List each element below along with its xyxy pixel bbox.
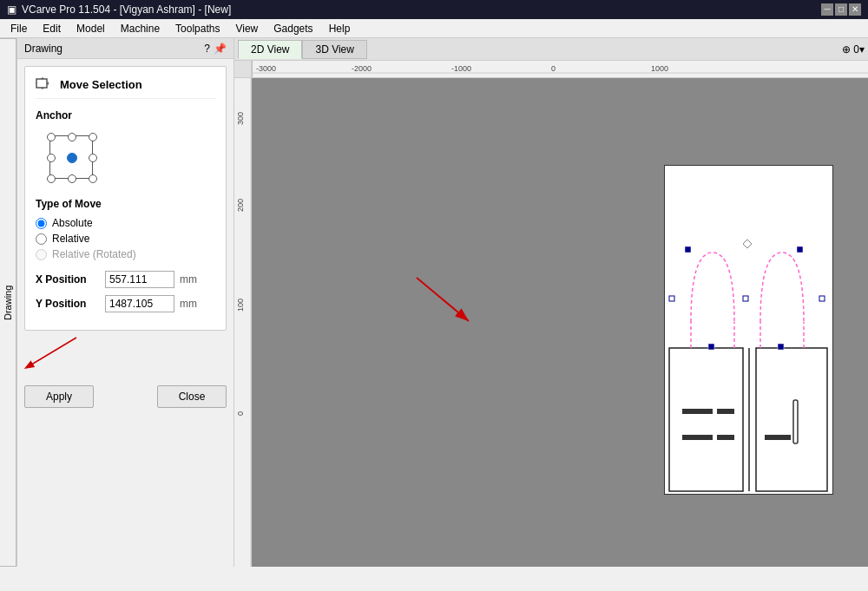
app-icon: ▣ xyxy=(7,3,16,16)
svg-text:300: 300 xyxy=(236,112,245,125)
svg-line-36 xyxy=(417,278,469,321)
design-area xyxy=(664,165,833,495)
svg-rect-32 xyxy=(743,296,748,301)
main-layout: Drawing Modeling Clipart Layers Sheets D… xyxy=(0,38,868,567)
view-zoom-icon[interactable]: ⊕ 0▾ xyxy=(842,43,865,56)
menu-machine[interactable]: Machine xyxy=(114,21,167,36)
svg-marker-1 xyxy=(41,77,44,79)
svg-rect-24 xyxy=(717,435,734,440)
radio-relative-label: Relative xyxy=(52,233,89,245)
svg-rect-30 xyxy=(669,296,674,301)
radio-relative-rotated[interactable]: Relative (Rotated) xyxy=(36,248,215,260)
vertical-ruler: 300 200 100 0 xyxy=(234,78,252,567)
anchor-bot-left[interactable] xyxy=(47,174,56,183)
anchor-label: Anchor xyxy=(36,109,215,121)
svg-text:0: 0 xyxy=(551,64,556,73)
apply-button[interactable]: Apply xyxy=(24,385,94,408)
move-selection-panel: Move Selection Anchor Type of Move xyxy=(24,66,227,331)
panel-header-icons: ? 📌 xyxy=(204,43,227,55)
radio-absolute[interactable]: Absolute xyxy=(36,217,215,229)
view-area: 2D View 3D View ⊕ 0▾ -3000 -2000 -1000 0 xyxy=(234,38,868,567)
anchor-top-left[interactable] xyxy=(47,133,56,141)
close-button[interactable]: Close xyxy=(157,385,227,408)
view-tabs: 2D View 3D View ⊕ 0▾ xyxy=(234,38,868,61)
svg-rect-29 xyxy=(797,246,803,253)
menu-toolpaths[interactable]: Toolpaths xyxy=(168,21,227,36)
anchor-mid-right[interactable] xyxy=(89,154,97,162)
radio-relative-input[interactable] xyxy=(36,233,47,245)
svg-text:1000: 1000 xyxy=(651,64,668,73)
anchor-top-right[interactable] xyxy=(89,133,97,141)
drawing-panel: Drawing ? 📌 Move Selection Anchor xyxy=(17,38,234,567)
menu-bar: File Edit Model Machine Toolpaths View G… xyxy=(0,19,868,38)
move-selection-icon xyxy=(36,77,53,91)
menu-help[interactable]: Help xyxy=(322,21,358,36)
anchor-grid xyxy=(43,128,105,187)
panel-help-icon[interactable]: ? xyxy=(204,43,210,55)
sidebar-tab-drawing[interactable]: Drawing xyxy=(0,38,16,567)
menu-file[interactable]: File xyxy=(3,21,34,36)
svg-text:100: 100 xyxy=(236,299,245,312)
maximize-button[interactable]: □ xyxy=(835,3,847,16)
svg-rect-21 xyxy=(682,409,713,414)
menu-edit[interactable]: Edit xyxy=(36,21,68,36)
svg-rect-25 xyxy=(793,400,798,443)
menu-model[interactable]: Model xyxy=(69,21,112,36)
view-icon-area: ⊕ 0▾ xyxy=(842,43,865,56)
move-selection-title-row: Move Selection xyxy=(36,77,215,99)
radio-relative-rotated-input[interactable] xyxy=(36,249,47,260)
radio-relative[interactable]: Relative xyxy=(36,233,215,245)
anchor-bot-center[interactable] xyxy=(68,174,76,183)
ruler-corner xyxy=(234,61,252,78)
anchor-bot-right[interactable] xyxy=(89,174,97,183)
red-arrow-svg xyxy=(24,329,198,372)
panel-header: Drawing ? 📌 xyxy=(17,38,233,59)
x-position-row: X Position mm xyxy=(36,271,215,288)
radio-relative-rotated-label: Relative (Rotated) xyxy=(52,248,136,260)
y-position-row: Y Position mm xyxy=(36,295,215,312)
window-controls[interactable]: ─ □ ✕ xyxy=(821,3,861,16)
type-of-move-label: Type of Move xyxy=(36,198,215,210)
menu-gadgets[interactable]: Gadgets xyxy=(266,21,319,36)
svg-rect-19 xyxy=(669,348,743,491)
tab-3d-view[interactable]: 3D View xyxy=(302,40,366,59)
anchor-mid-left[interactable] xyxy=(47,154,56,162)
minimize-button[interactable]: ─ xyxy=(821,3,833,16)
y-position-input[interactable] xyxy=(105,295,174,312)
canvas-content xyxy=(252,78,868,567)
svg-text:200: 200 xyxy=(236,199,245,212)
menu-view[interactable]: View xyxy=(228,21,265,36)
ruler-left: 300 200 100 0 xyxy=(234,78,252,567)
cabinet-drawing xyxy=(665,166,834,496)
ruler-top: -3000 -2000 -1000 0 1000 xyxy=(252,61,868,78)
x-position-label: X Position xyxy=(36,273,105,286)
svg-rect-23 xyxy=(682,435,713,440)
close-button[interactable]: ✕ xyxy=(849,3,861,16)
title-bar: ▣ VCarve Pro 11.504 - [Vigyan Ashram] - … xyxy=(0,0,868,19)
x-unit: mm xyxy=(180,273,197,286)
tab-2d-view[interactable]: 2D View xyxy=(238,40,302,59)
x-position-input[interactable] xyxy=(105,271,174,288)
svg-rect-31 xyxy=(819,296,825,301)
svg-marker-3 xyxy=(41,88,44,89)
svg-text:-2000: -2000 xyxy=(352,64,372,73)
canvas-area[interactable]: -3000 -2000 -1000 0 1000 300 200 100 0 xyxy=(234,61,868,567)
svg-rect-20 xyxy=(756,348,827,491)
svg-text:0: 0 xyxy=(236,411,245,416)
anchor-center[interactable] xyxy=(67,153,77,163)
panel-pin-icon[interactable]: 📌 xyxy=(214,43,227,55)
svg-text:-3000: -3000 xyxy=(256,64,276,73)
radio-absolute-input[interactable] xyxy=(36,218,47,229)
svg-rect-26 xyxy=(765,435,791,440)
radio-absolute-label: Absolute xyxy=(52,217,93,229)
annotation-arrow xyxy=(260,269,521,356)
svg-text:-1000: -1000 xyxy=(451,64,471,73)
arrow-annotation xyxy=(24,329,227,375)
svg-rect-34 xyxy=(778,344,784,350)
svg-rect-33 xyxy=(708,344,714,350)
anchor-top-center[interactable] xyxy=(68,133,76,141)
y-unit: mm xyxy=(180,298,197,310)
panel-title: Drawing xyxy=(24,43,62,55)
title-text: VCarve Pro 11.504 - [Vigyan Ashram] - [N… xyxy=(22,3,231,16)
move-selection-title: Move Selection xyxy=(60,78,142,91)
